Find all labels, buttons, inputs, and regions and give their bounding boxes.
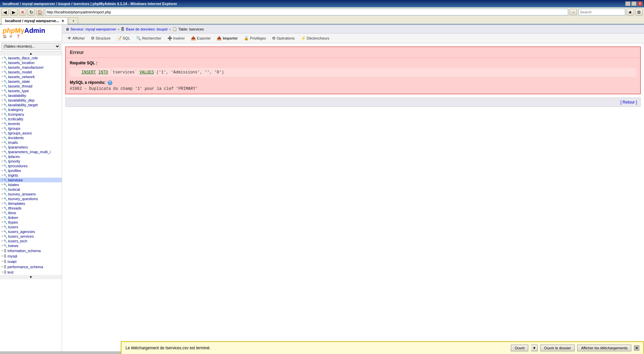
table-link[interactable]: tavailability_target bbox=[8, 103, 38, 107]
tab-1[interactable]: localhost / mysql wampserve... ✕ bbox=[1, 17, 68, 24]
table-item[interactable]: + 🔧 tprofiles bbox=[0, 168, 62, 173]
open-download-button[interactable]: Ouvrir bbox=[511, 345, 528, 351]
table-item[interactable]: + 🔧 tassets_iface_role bbox=[0, 56, 62, 60]
table-item[interactable]: + 🔧 tsubcat bbox=[0, 187, 62, 192]
help-icon[interactable]: ❓ bbox=[16, 35, 21, 40]
scroll-down-btn[interactable]: ▼ bbox=[0, 275, 62, 279]
table-item[interactable]: + 🔧 ttypes bbox=[0, 220, 62, 225]
go-button[interactable]: → bbox=[570, 9, 577, 15]
table-link[interactable]: tevents bbox=[8, 122, 20, 126]
maximize-button[interactable]: □ bbox=[631, 1, 637, 6]
server-link[interactable]: Serveur: mysql wampserver bbox=[70, 27, 116, 31]
structure-button[interactable]: ⚙ Structure bbox=[88, 35, 113, 42]
afficher-button[interactable]: 👁 Afficher bbox=[65, 35, 88, 42]
table-link[interactable]: tmails bbox=[8, 140, 18, 144]
table-item[interactable]: + 🔧 tsurvey_questions bbox=[0, 196, 62, 201]
open-folder-button[interactable]: Ouvrir le dossier bbox=[540, 345, 575, 351]
db-item[interactable]: + 🗄 performance_schema bbox=[0, 264, 62, 270]
table-link[interactable]: tviews bbox=[8, 244, 18, 248]
help-icon-btn[interactable]: ? bbox=[108, 80, 112, 85]
inserer-button[interactable]: ➕ Insérer bbox=[165, 35, 187, 42]
table-item[interactable]: + 🔧 tstates bbox=[0, 182, 62, 187]
table-link[interactable]: tusers_tech bbox=[8, 239, 27, 243]
table-link[interactable]: tsurvey_questions bbox=[8, 197, 38, 201]
table-link[interactable]: tusers bbox=[8, 225, 18, 229]
table-link[interactable]: tassets_manufacturer bbox=[8, 65, 44, 69]
scroll-up-btn[interactable]: ▲ bbox=[0, 51, 62, 56]
db-link[interactable]: test bbox=[7, 270, 13, 274]
table-link[interactable]: tplaces bbox=[8, 155, 20, 159]
db-link[interactable]: ouapi bbox=[7, 259, 16, 263]
show-downloads-button[interactable]: Afficher les téléchargements bbox=[577, 345, 631, 351]
table-item[interactable]: + 🔧 tavailability_target bbox=[0, 103, 62, 107]
table-link[interactable]: tsubcat bbox=[8, 187, 20, 191]
table-item[interactable]: + 🔧 tgroups bbox=[0, 126, 62, 131]
table-item[interactable]: + 🔧 tsurvey_answers bbox=[0, 192, 62, 196]
table-item[interactable]: + 🔧 tprocedures bbox=[0, 164, 62, 168]
table-link[interactable]: tassets_thread bbox=[8, 84, 32, 88]
stop-button[interactable]: ✕ bbox=[19, 8, 26, 16]
table-item[interactable]: + 🔧 tcompany bbox=[0, 112, 62, 117]
close-button[interactable]: ✕ bbox=[637, 1, 643, 6]
db-item[interactable]: + 🗄 ouapi bbox=[0, 259, 62, 264]
tools-button[interactable]: ⚙ bbox=[635, 8, 643, 16]
table-item[interactable]: + 🔧 tassets_model bbox=[0, 70, 62, 74]
tab-2[interactable]: + bbox=[68, 17, 78, 24]
operations-button[interactable]: ⚙ Opérations bbox=[269, 35, 298, 42]
table-item[interactable]: + 🔧 tgroups_assoc bbox=[0, 131, 62, 135]
table-item[interactable]: + 🔧 tparameters_imap_multi_i bbox=[0, 150, 62, 154]
table-link[interactable]: tusers_agencies bbox=[8, 230, 35, 234]
table-item[interactable]: + 🔧 tusers_tech bbox=[0, 239, 62, 243]
home-button[interactable]: 🏠 bbox=[36, 8, 44, 16]
table-item[interactable]: + 🔧 tusers bbox=[0, 225, 62, 229]
table-link[interactable]: tcompany bbox=[8, 112, 24, 116]
table-link[interactable]: tsurvey_answers bbox=[8, 192, 36, 196]
table-link[interactable]: tavailability_dep bbox=[8, 98, 34, 102]
table-item[interactable]: + 🔧 tavailability_dep bbox=[0, 98, 62, 103]
table-item[interactable]: + 🔧 tassets_thread bbox=[0, 84, 62, 88]
open-download-arrow[interactable]: ▼ bbox=[531, 345, 538, 351]
db-item[interactable]: + 🗄 test bbox=[0, 270, 62, 275]
table-link[interactable]: tgroups bbox=[8, 126, 20, 130]
table-link[interactable]: tassets_state bbox=[8, 79, 30, 83]
table-link[interactable]: tparameters bbox=[8, 145, 28, 149]
table-item[interactable]: + 🔧 tparameters bbox=[0, 145, 62, 150]
table-link[interactable]: tassets_location bbox=[8, 61, 35, 65]
table-item[interactable]: + 🔧 ttemplates bbox=[0, 201, 62, 206]
table-item[interactable]: + 🔧 tassets_manufacturer bbox=[0, 65, 62, 70]
recent-tables-dropdown[interactable]: (Tables récentes)... bbox=[1, 43, 60, 50]
db-link[interactable]: mysql bbox=[7, 254, 17, 258]
table-item[interactable]: + 🔧 tassets_location bbox=[0, 60, 62, 65]
table-link[interactable]: tthreads bbox=[8, 206, 21, 210]
db-link[interactable]: Base de données: bsupst bbox=[126, 27, 167, 31]
table-item[interactable]: + 🔧 tplaces bbox=[0, 154, 62, 159]
table-item[interactable]: + 🔧 tevents bbox=[0, 121, 62, 126]
address-input[interactable] bbox=[45, 9, 568, 15]
close-download-bar-button[interactable]: ✕ bbox=[634, 345, 639, 351]
back-button[interactable]: ◀ bbox=[1, 8, 9, 16]
table-item[interactable]: + 🔧 tcriticality bbox=[0, 117, 62, 121]
table-link[interactable]: tgroups_assoc bbox=[8, 131, 32, 135]
table-link[interactable]: tprofiles bbox=[8, 169, 21, 173]
settings-icon[interactable]: ⚙ bbox=[9, 35, 15, 40]
table-item[interactable]: + 🔧 tservices bbox=[0, 178, 62, 182]
table-item[interactable]: + 🔧 tavailability bbox=[0, 93, 62, 98]
table-item[interactable]: + 🔧 tincidents bbox=[0, 135, 62, 140]
privileges-button[interactable]: 🔒 Privilèges bbox=[241, 35, 269, 42]
table-link[interactable]: tassets_type bbox=[8, 89, 29, 93]
table-item[interactable]: + 🔧 tassets_type bbox=[0, 88, 62, 93]
table-item[interactable]: + 🔧 tassets_network bbox=[0, 74, 62, 79]
table-item[interactable]: + 🔧 tusers_agencies bbox=[0, 229, 62, 234]
refresh-button[interactable]: ↻ bbox=[28, 8, 35, 16]
table-link[interactable]: tcategory bbox=[8, 108, 23, 112]
table-link[interactable]: tstates bbox=[8, 183, 19, 187]
table-link[interactable]: tusers_services bbox=[8, 234, 34, 238]
table-link[interactable]: tpriority bbox=[8, 159, 20, 163]
sql-button[interactable]: 📝 SQL bbox=[114, 35, 133, 42]
table-link[interactable]: ttoken bbox=[8, 216, 18, 220]
table-item[interactable]: + 🔧 trights bbox=[0, 173, 62, 178]
table-item[interactable]: + 🔧 ttoken bbox=[0, 215, 62, 220]
favorites-button[interactable]: ★ bbox=[627, 8, 634, 16]
home-icon[interactable]: 🏠 bbox=[3, 35, 8, 40]
search-input[interactable] bbox=[578, 9, 625, 15]
